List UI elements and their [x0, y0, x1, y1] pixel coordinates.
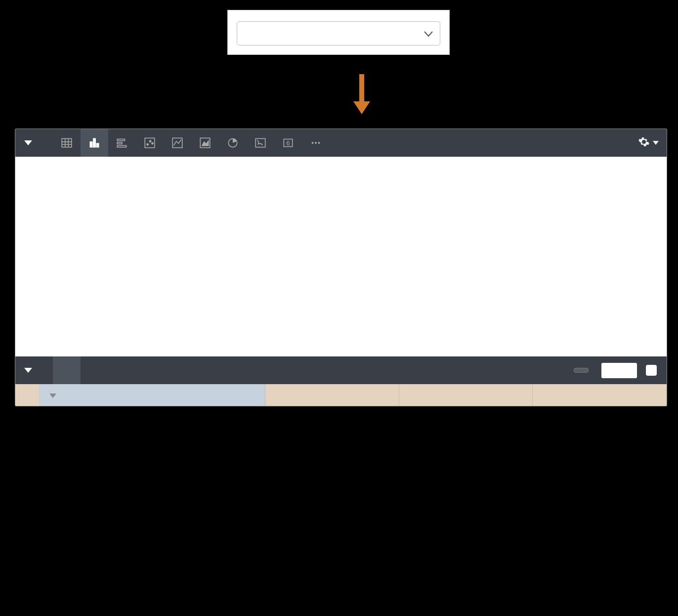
table-viz-icon[interactable] [53, 129, 81, 157]
number-format-panel [227, 10, 450, 55]
single-value-viz-icon[interactable]: 6 [274, 129, 302, 157]
svg-point-14 [152, 142, 153, 144]
bar-viz-icon[interactable] [81, 129, 108, 157]
svg-point-12 [147, 144, 148, 145]
row-number-header [15, 384, 39, 406]
collapse-visualization-icon[interactable] [24, 140, 32, 145]
visualization-bar: 6 [15, 129, 667, 157]
line-viz-icon[interactable] [164, 129, 191, 157]
svg-rect-0 [62, 138, 72, 147]
scatter-viz-icon[interactable] [136, 129, 164, 157]
map-viz-icon[interactable] [247, 129, 274, 157]
chevron-down-icon [424, 27, 433, 40]
col-order-count[interactable] [265, 384, 399, 406]
row-limit-input[interactable] [601, 363, 637, 378]
svg-marker-17 [201, 140, 209, 146]
results-table [15, 384, 667, 406]
calculations-button[interactable] [574, 368, 589, 373]
chart-area [15, 157, 667, 345]
chevron-down-icon [653, 141, 659, 145]
col-total-sale-price[interactable] [533, 384, 667, 406]
totals-checkbox[interactable] [646, 365, 657, 376]
svg-point-22 [312, 142, 314, 144]
tab-sql[interactable] [81, 356, 108, 384]
svg-rect-10 [117, 145, 126, 147]
tab-results[interactable] [53, 356, 81, 384]
area-viz-icon[interactable] [191, 129, 219, 157]
viz-settings-button[interactable] [638, 136, 659, 150]
svg-point-13 [149, 140, 151, 142]
svg-rect-19 [255, 138, 265, 147]
data-bar [15, 356, 667, 384]
pie-viz-icon[interactable] [219, 129, 247, 157]
number-format-select[interactable] [237, 21, 440, 45]
collapse-data-icon[interactable] [24, 368, 32, 373]
svg-rect-9 [117, 142, 122, 144]
svg-point-23 [315, 142, 317, 144]
column-viz-icon[interactable] [108, 129, 136, 157]
col-avg-sale-price[interactable] [399, 384, 533, 406]
more-viz-icon[interactable] [302, 129, 330, 157]
svg-rect-8 [117, 139, 125, 140]
gear-icon [638, 136, 650, 150]
bar-chart [30, 172, 652, 330]
svg-rect-7 [96, 143, 98, 147]
explore-panel: 6 [15, 129, 667, 406]
annotation-arrow [353, 74, 370, 114]
svg-rect-6 [93, 138, 95, 147]
svg-point-24 [318, 142, 320, 144]
sort-desc-icon [49, 394, 56, 398]
svg-text:6: 6 [286, 139, 290, 147]
chart-legend [15, 345, 667, 356]
viz-type-toolbar: 6 [53, 129, 330, 157]
col-created-month[interactable] [39, 384, 265, 406]
svg-rect-5 [90, 142, 92, 147]
